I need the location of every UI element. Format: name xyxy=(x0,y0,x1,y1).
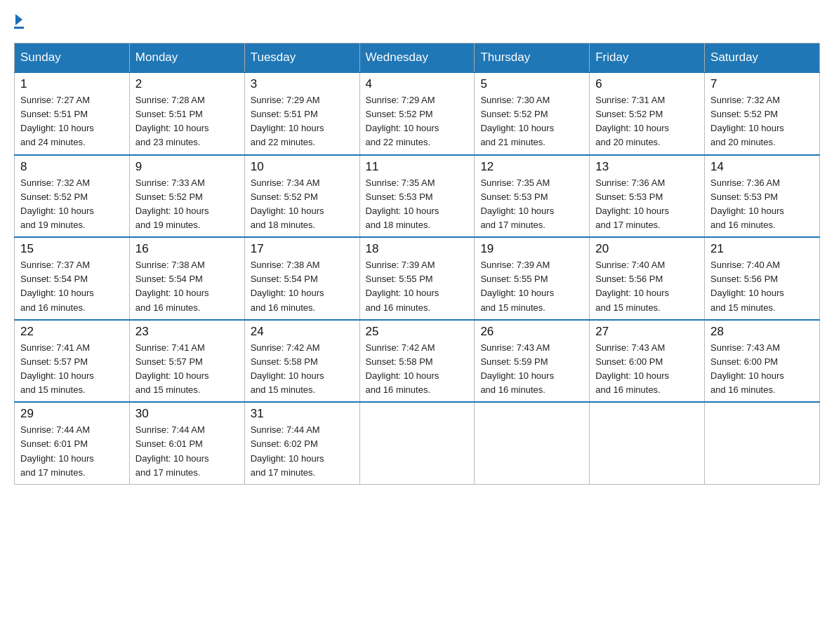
day-number: 19 xyxy=(480,242,583,256)
day-number: 26 xyxy=(480,325,583,339)
day-cell-7: 7Sunrise: 7:32 AMSunset: 5:52 PMDaylight… xyxy=(705,72,820,155)
day-info: Sunrise: 7:42 AMSunset: 5:58 PMDaylight:… xyxy=(251,341,354,398)
day-number: 30 xyxy=(135,407,239,421)
day-cell-20: 20Sunrise: 7:40 AMSunset: 5:56 PMDayligh… xyxy=(590,237,705,320)
day-cell-21: 21Sunrise: 7:40 AMSunset: 5:56 PMDayligh… xyxy=(705,237,820,320)
day-cell-28: 28Sunrise: 7:43 AMSunset: 6:00 PMDayligh… xyxy=(705,320,820,403)
day-number: 10 xyxy=(251,160,354,174)
day-info: Sunrise: 7:29 AMSunset: 5:52 PMDaylight:… xyxy=(366,93,469,150)
empty-cell xyxy=(590,402,705,484)
day-info: Sunrise: 7:37 AMSunset: 5:54 PMDaylight:… xyxy=(20,258,124,315)
day-cell-9: 9Sunrise: 7:33 AMSunset: 5:52 PMDaylight… xyxy=(129,155,244,238)
day-number: 2 xyxy=(135,77,239,91)
day-info: Sunrise: 7:34 AMSunset: 5:52 PMDaylight:… xyxy=(251,176,354,233)
day-number: 9 xyxy=(135,160,239,174)
day-cell-29: 29Sunrise: 7:44 AMSunset: 6:01 PMDayligh… xyxy=(15,402,130,484)
col-header-thursday: Thursday xyxy=(475,43,590,73)
logo-arrow-icon xyxy=(15,14,22,25)
day-info: Sunrise: 7:44 AMSunset: 6:01 PMDaylight:… xyxy=(135,423,239,480)
day-info: Sunrise: 7:38 AMSunset: 5:54 PMDaylight:… xyxy=(251,258,354,315)
week-row-5: 29Sunrise: 7:44 AMSunset: 6:01 PMDayligh… xyxy=(15,402,820,484)
day-number: 27 xyxy=(595,325,699,339)
day-cell-18: 18Sunrise: 7:39 AMSunset: 5:55 PMDayligh… xyxy=(359,237,475,320)
day-number: 14 xyxy=(710,160,814,174)
day-cell-5: 5Sunrise: 7:30 AMSunset: 5:52 PMDaylight… xyxy=(475,72,590,155)
day-info: Sunrise: 7:32 AMSunset: 5:52 PMDaylight:… xyxy=(20,176,124,233)
day-number: 5 xyxy=(480,77,583,91)
day-info: Sunrise: 7:32 AMSunset: 5:52 PMDaylight:… xyxy=(710,93,814,150)
day-cell-14: 14Sunrise: 7:36 AMSunset: 5:53 PMDayligh… xyxy=(705,155,820,238)
day-cell-12: 12Sunrise: 7:35 AMSunset: 5:53 PMDayligh… xyxy=(475,155,590,238)
day-info: Sunrise: 7:43 AMSunset: 5:59 PMDaylight:… xyxy=(480,341,583,398)
empty-cell xyxy=(359,402,475,484)
day-cell-26: 26Sunrise: 7:43 AMSunset: 5:59 PMDayligh… xyxy=(475,320,590,403)
day-number: 13 xyxy=(595,160,699,174)
day-cell-31: 31Sunrise: 7:44 AMSunset: 6:02 PMDayligh… xyxy=(244,402,359,484)
logo-underline xyxy=(14,27,24,30)
day-number: 11 xyxy=(366,160,469,174)
week-row-2: 8Sunrise: 7:32 AMSunset: 5:52 PMDaylight… xyxy=(15,155,820,238)
day-number: 8 xyxy=(20,160,124,174)
day-number: 3 xyxy=(251,77,354,91)
day-cell-6: 6Sunrise: 7:31 AMSunset: 5:52 PMDaylight… xyxy=(590,72,705,155)
day-number: 23 xyxy=(135,325,239,339)
day-number: 21 xyxy=(710,242,814,256)
day-info: Sunrise: 7:36 AMSunset: 5:53 PMDaylight:… xyxy=(710,176,814,233)
day-info: Sunrise: 7:44 AMSunset: 6:01 PMDaylight:… xyxy=(20,423,124,480)
day-number: 6 xyxy=(595,77,699,91)
day-info: Sunrise: 7:41 AMSunset: 5:57 PMDaylight:… xyxy=(135,341,239,398)
day-number: 1 xyxy=(20,77,124,91)
col-header-wednesday: Wednesday xyxy=(359,43,475,73)
day-info: Sunrise: 7:28 AMSunset: 5:51 PMDaylight:… xyxy=(135,93,239,150)
day-info: Sunrise: 7:40 AMSunset: 5:56 PMDaylight:… xyxy=(595,258,699,315)
week-row-3: 15Sunrise: 7:37 AMSunset: 5:54 PMDayligh… xyxy=(15,237,820,320)
week-row-1: 1Sunrise: 7:27 AMSunset: 5:51 PMDaylight… xyxy=(15,72,820,155)
empty-cell xyxy=(475,402,590,484)
col-header-tuesday: Tuesday xyxy=(244,43,359,73)
day-number: 28 xyxy=(710,325,814,339)
day-number: 17 xyxy=(251,242,354,256)
day-number: 15 xyxy=(20,242,124,256)
day-number: 31 xyxy=(251,407,354,421)
day-cell-16: 16Sunrise: 7:38 AMSunset: 5:54 PMDayligh… xyxy=(129,237,244,320)
day-info: Sunrise: 7:35 AMSunset: 5:53 PMDaylight:… xyxy=(480,176,583,233)
day-cell-10: 10Sunrise: 7:34 AMSunset: 5:52 PMDayligh… xyxy=(244,155,359,238)
day-number: 7 xyxy=(710,77,814,91)
day-info: Sunrise: 7:29 AMSunset: 5:51 PMDaylight:… xyxy=(251,93,354,150)
day-number: 20 xyxy=(595,242,699,256)
day-cell-25: 25Sunrise: 7:42 AMSunset: 5:58 PMDayligh… xyxy=(359,320,475,403)
day-cell-23: 23Sunrise: 7:41 AMSunset: 5:57 PMDayligh… xyxy=(129,320,244,403)
day-cell-13: 13Sunrise: 7:36 AMSunset: 5:53 PMDayligh… xyxy=(590,155,705,238)
day-number: 22 xyxy=(20,325,124,339)
day-info: Sunrise: 7:33 AMSunset: 5:52 PMDaylight:… xyxy=(135,176,239,233)
day-info: Sunrise: 7:43 AMSunset: 6:00 PMDaylight:… xyxy=(710,341,814,398)
empty-cell xyxy=(705,402,820,484)
day-number: 18 xyxy=(366,242,469,256)
day-number: 12 xyxy=(480,160,583,174)
day-info: Sunrise: 7:36 AMSunset: 5:53 PMDaylight:… xyxy=(595,176,699,233)
day-info: Sunrise: 7:42 AMSunset: 5:58 PMDaylight:… xyxy=(366,341,469,398)
day-cell-24: 24Sunrise: 7:42 AMSunset: 5:58 PMDayligh… xyxy=(244,320,359,403)
col-header-sunday: Sunday xyxy=(15,43,130,73)
day-info: Sunrise: 7:41 AMSunset: 5:57 PMDaylight:… xyxy=(20,341,124,398)
calendar-table: SundayMondayTuesdayWednesdayThursdayFrid… xyxy=(14,43,820,485)
day-cell-8: 8Sunrise: 7:32 AMSunset: 5:52 PMDaylight… xyxy=(15,155,130,238)
day-info: Sunrise: 7:35 AMSunset: 5:53 PMDaylight:… xyxy=(366,176,469,233)
day-info: Sunrise: 7:27 AMSunset: 5:51 PMDaylight:… xyxy=(20,93,124,150)
day-info: Sunrise: 7:44 AMSunset: 6:02 PMDaylight:… xyxy=(251,423,354,480)
day-info: Sunrise: 7:39 AMSunset: 5:55 PMDaylight:… xyxy=(366,258,469,315)
day-cell-4: 4Sunrise: 7:29 AMSunset: 5:52 PMDaylight… xyxy=(359,72,475,155)
day-number: 29 xyxy=(20,407,124,421)
day-info: Sunrise: 7:38 AMSunset: 5:54 PMDaylight:… xyxy=(135,258,239,315)
day-info: Sunrise: 7:40 AMSunset: 5:56 PMDaylight:… xyxy=(710,258,814,315)
page-header xyxy=(14,14,820,30)
day-info: Sunrise: 7:31 AMSunset: 5:52 PMDaylight:… xyxy=(595,93,699,150)
day-number: 24 xyxy=(251,325,354,339)
week-row-4: 22Sunrise: 7:41 AMSunset: 5:57 PMDayligh… xyxy=(15,320,820,403)
col-header-friday: Friday xyxy=(590,43,705,73)
day-number: 25 xyxy=(366,325,469,339)
day-cell-3: 3Sunrise: 7:29 AMSunset: 5:51 PMDaylight… xyxy=(244,72,359,155)
day-cell-1: 1Sunrise: 7:27 AMSunset: 5:51 PMDaylight… xyxy=(15,72,130,155)
col-header-saturday: Saturday xyxy=(705,43,820,73)
day-cell-27: 27Sunrise: 7:43 AMSunset: 6:00 PMDayligh… xyxy=(590,320,705,403)
